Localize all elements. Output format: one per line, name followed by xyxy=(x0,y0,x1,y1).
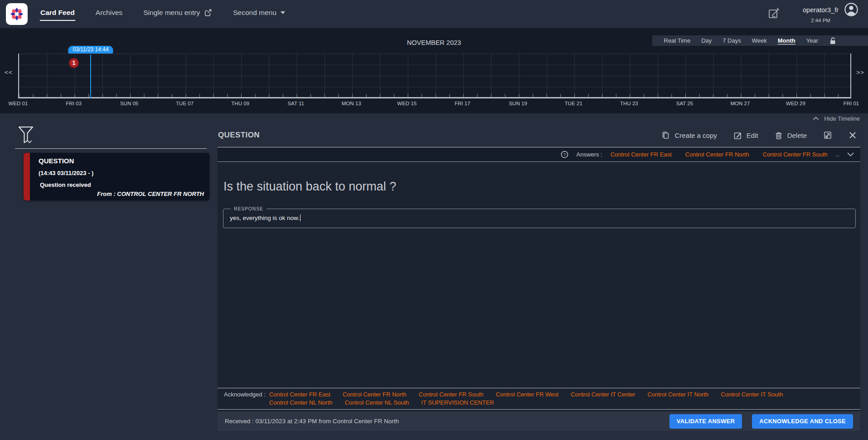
nav-single-menu-entry[interactable]: Single menu entry xyxy=(143,8,213,21)
axis-label: SUN 05 xyxy=(120,101,138,106)
response-field-label: RESPONSE xyxy=(231,206,267,211)
hide-timeline-button[interactable]: Hide Timeline xyxy=(824,115,860,122)
response-input[interactable]: RESPONSE yes, everything is ok now. xyxy=(223,209,856,228)
validate-answer-button[interactable]: VALIDATE ANSWER xyxy=(669,414,742,429)
acknowledged-link[interactable]: IT SUPERVISION CENTER xyxy=(421,399,494,406)
filter-button[interactable] xyxy=(17,126,34,145)
timeline-next-button[interactable]: >> xyxy=(856,69,864,76)
acknowledged-link[interactable]: Control Center FR South xyxy=(419,391,484,398)
question-text: Is the situation back to normal ? xyxy=(218,162,860,194)
nav-label: Second menu xyxy=(233,9,276,17)
acknowledged-box: Acknowledged : Control Center FR EastCon… xyxy=(218,388,860,410)
nav-card-feed[interactable]: Card Feed xyxy=(40,8,75,21)
timeline-marker-label: 03/11/23 14:44 xyxy=(68,46,113,54)
timeline-section: NOVEMBER 2023 Real TimeDay7 DaysWeekMont… xyxy=(0,28,868,113)
nav-label: Card Feed xyxy=(40,9,75,17)
detail-title: QUESTION xyxy=(218,131,661,140)
clock: 2:44 PM xyxy=(803,18,839,23)
user-menu[interactable]: operator3_fr 2:44 PM xyxy=(803,3,858,23)
timeline-axis-labels: WED 01FRI 03SUN 05TUE 07THU 09SAT 11MON … xyxy=(18,101,851,108)
acknowledged-link[interactable]: Control Center NL South xyxy=(344,399,409,406)
acknowledged-link[interactable]: Control Center IT South xyxy=(721,391,783,398)
card-from: From : CONTROL CENTER FR NORTH xyxy=(97,191,204,197)
app-logo xyxy=(6,3,28,25)
axis-label: THU 23 xyxy=(620,101,638,106)
username: operator3_fr xyxy=(803,6,839,14)
axis-label: SAT 11 xyxy=(287,101,304,106)
edit-label: Edit xyxy=(747,132,758,139)
timeline-prev-button[interactable]: << xyxy=(5,69,13,76)
help-circle-icon: ? xyxy=(561,151,568,158)
expand-button[interactable] xyxy=(823,131,832,140)
nav-label: Archives xyxy=(96,9,122,17)
timeline-marker-line xyxy=(90,54,91,98)
acknowledged-label: Acknowledged : xyxy=(224,391,266,406)
range-option[interactable]: 7 Days xyxy=(723,37,741,44)
compose-button[interactable] xyxy=(768,7,780,19)
svg-text:?: ? xyxy=(563,152,565,157)
answer-link[interactable]: Control Center FR North xyxy=(685,151,749,158)
card-time-range: (14:43 03/11/2023 - ) xyxy=(39,170,204,176)
answers-chevron-down-icon[interactable] xyxy=(847,152,854,156)
axis-label: TUE 07 xyxy=(176,101,194,106)
axis-label: WED 29 xyxy=(786,101,805,106)
axis-label: FRI 17 xyxy=(455,101,470,106)
close-icon xyxy=(849,131,857,139)
answers-links: Control Center FR EastControl Center FR … xyxy=(611,151,828,158)
axis-label: MON 27 xyxy=(731,101,750,106)
axis-label: WED 15 xyxy=(397,101,417,106)
range-option[interactable]: Week xyxy=(752,37,767,44)
external-link-icon xyxy=(204,9,212,17)
copy-icon xyxy=(661,131,670,140)
filter-funnel-icon xyxy=(17,126,34,145)
chevron-up-icon xyxy=(813,117,819,120)
answers-more[interactable]: .. xyxy=(836,151,839,158)
timeline-ticks xyxy=(19,94,850,97)
answer-link[interactable]: Control Center FR South xyxy=(763,151,828,158)
trash-icon xyxy=(775,131,783,140)
card-severity-strip xyxy=(24,153,30,200)
acknowledged-link[interactable]: Control Center FR North xyxy=(343,391,407,398)
acknowledged-link[interactable]: Control Center NL North xyxy=(269,399,333,406)
range-list: Real TimeDay7 DaysWeekMonthYear xyxy=(664,37,818,44)
feed-card-question[interactable]: QUESTION (14:43 03/11/2023 - ) Question … xyxy=(24,153,209,200)
axis-label: FRI 01 xyxy=(844,101,859,106)
received-info: Received : 03/11/2023 at 2:43 PM from Co… xyxy=(225,418,659,425)
acknowledged-link[interactable]: Control Center FR West xyxy=(496,391,558,398)
range-option[interactable]: Day xyxy=(701,37,712,44)
delete-label: Delete xyxy=(787,132,807,139)
range-option[interactable]: Real Time xyxy=(664,37,691,44)
axis-label: TUE 21 xyxy=(565,101,582,106)
event-count-badge[interactable]: 1 xyxy=(69,58,79,68)
acknowledged-link[interactable]: Control Center IT North xyxy=(647,391,708,398)
delete-button[interactable]: Delete xyxy=(775,131,807,140)
axis-label: SUN 19 xyxy=(509,101,527,106)
timeline-range-selector: Real TimeDay7 DaysWeekMonthYear xyxy=(652,35,868,46)
acknowledged-link[interactable]: Control Center FR East xyxy=(269,391,330,398)
range-option[interactable]: Year xyxy=(806,37,818,44)
close-button[interactable] xyxy=(849,131,857,139)
top-bar: Card Feed Archives Single menu entry Sec… xyxy=(0,0,868,28)
acknowledged-link[interactable]: Control Center IT Center xyxy=(571,391,635,398)
edit-button[interactable]: Edit xyxy=(733,131,758,140)
nav-archives[interactable]: Archives xyxy=(95,8,123,21)
card-title: QUESTION xyxy=(39,157,204,165)
range-option[interactable]: Month xyxy=(778,37,795,44)
main-nav: Card Feed Archives Single menu entry Sec… xyxy=(40,0,286,28)
acknowledge-close-button[interactable]: ACKNOWLEDGE AND CLOSE xyxy=(752,414,853,429)
unlock-icon[interactable] xyxy=(829,37,836,44)
axis-label: WED 01 xyxy=(9,101,28,106)
expand-icon xyxy=(823,131,832,140)
response-value: yes, everything is ok now. xyxy=(230,215,301,221)
nav-second-menu[interactable]: Second menu xyxy=(233,8,286,21)
card-status: Question received xyxy=(40,181,204,188)
detail-footer: Received : 03/11/2023 at 2:43 PM from Co… xyxy=(218,411,860,431)
nav-label: Single menu entry xyxy=(143,9,200,17)
card-body: QUESTION (14:43 03/11/2023 - ) Question … xyxy=(30,153,209,200)
top-right-area: operator3_fr 2:44 PM xyxy=(768,3,858,23)
detail-header: QUESTION Create a copy Edit xyxy=(218,123,860,147)
create-copy-button[interactable]: Create a copy xyxy=(661,131,717,140)
edit-icon xyxy=(733,131,742,140)
axis-label: SAT 25 xyxy=(676,101,693,106)
answer-link[interactable]: Control Center FR East xyxy=(611,151,672,158)
